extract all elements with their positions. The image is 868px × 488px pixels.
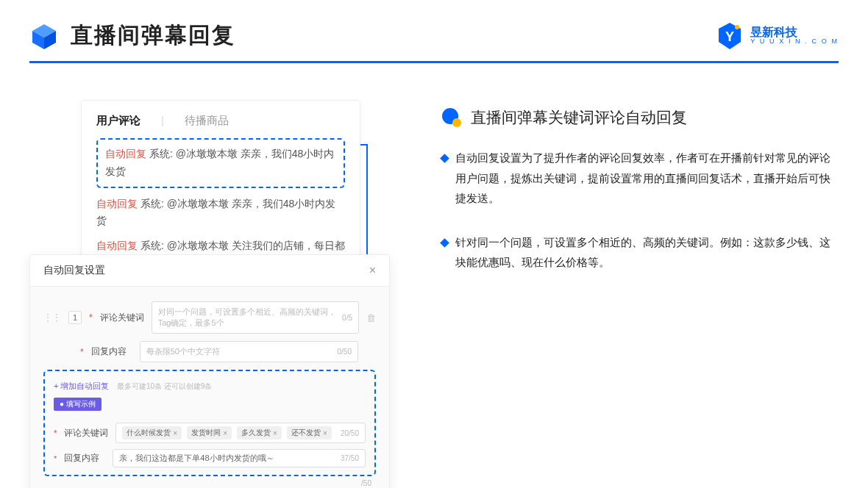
keyword-input[interactable]: 对同一个问题，可设置多个相近、高频的关键词，Tag确定，最多5个 0/5 [152,301,359,334]
logo-text-cn: 昱新科技 [750,26,839,39]
logo-text-en: Y U U X I N . C O M [750,38,839,46]
paragraph-2: 针对同一个问题，可设置多个相近的、高频的关键词。例如：这款多少钱、这块能优惠吗、… [455,233,839,273]
paragraph-1: 自动回复设置为了提升作者的评论回复效率，作者可在开播前针对常见的评论用户问题，提… [455,148,839,209]
example-content-input[interactable]: 亲，我们这边都是下单48小时内发货的哦～ 37/50 [113,449,366,467]
svg-point-6 [452,118,461,127]
svg-text:Y: Y [725,29,734,44]
auto-reply-tag: 自动回复 [96,198,138,209]
chat-bubble-icon [441,107,462,128]
content-input[interactable]: 每条限50个中文字符 0/50 [140,341,358,362]
tab-pending-goods[interactable]: 待播商品 [185,114,229,128]
add-reply-link[interactable]: + 增加自动回复 [54,381,109,390]
svg-point-4 [735,25,739,29]
drag-icon[interactable]: ⋮⋮ [43,312,61,323]
auto-reply-settings-modal: 自动回复设置 × ⋮⋮ 1 * 评论关键词 对同一个问题，可设置多个相近、高频的… [29,254,390,488]
close-icon[interactable]: × [369,264,376,277]
keyword-label: 评论关键词 [100,312,144,324]
modal-title: 自动回复设置 [43,264,105,277]
cube-icon [29,21,59,51]
rule-index: 1 [68,311,82,324]
add-hint: 最多可建10条 还可以创建9条 [117,382,212,390]
example-badge: ● 填写示例 [54,398,102,411]
auto-reply-tag: 自动回复 [96,240,138,251]
tab-user-comments[interactable]: 用户评论 [96,114,140,128]
delete-icon[interactable]: 🗑 [366,312,376,323]
section-title: 直播间弹幕关键词评论自动回复 [471,107,687,128]
bullet-diamond-icon [440,238,449,248]
page-title: 直播间弹幕回复 [71,21,235,51]
example-section: + 增加自动回复 最多可建10条 还可以创建9条 ● 填写示例 * 评论关键词 … [43,370,376,476]
bullet-diamond-icon [440,154,449,163]
highlighted-comment: 自动回复 系统: @冰墩墩本墩 亲亲，我们48小时内发货 [96,138,345,188]
auto-reply-tag: 自动回复 [105,148,146,159]
example-keyword-input[interactable]: 什么时候发货× 发货时间× 多久发货× 还不发货× 20/50 [115,423,366,443]
brand-logo: Y 昱新科技 Y U U X I N . C O M [715,21,839,51]
content-label: 回复内容 [91,345,132,358]
